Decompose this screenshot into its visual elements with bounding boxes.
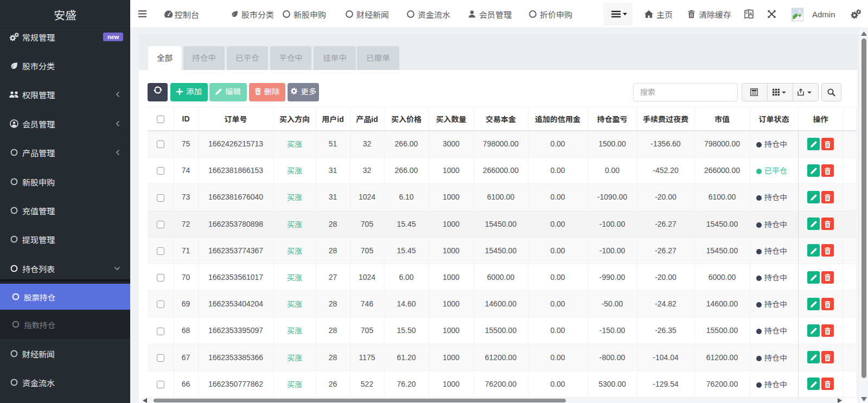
svg-text:A: A — [749, 11, 753, 17]
